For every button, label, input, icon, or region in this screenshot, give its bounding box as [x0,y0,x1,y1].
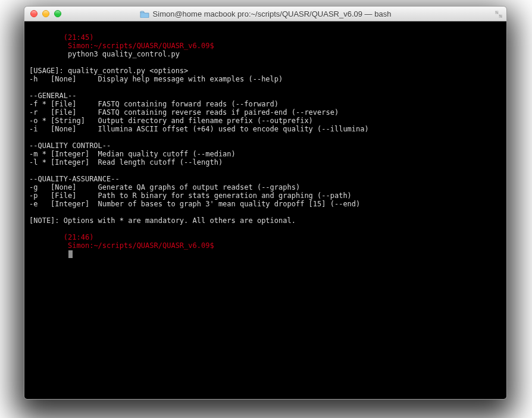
folder-icon [140,10,149,18]
window-title: Simon@home macbook pro:~/scripts/QUASR/Q… [153,10,392,18]
minimize-icon[interactable] [42,10,49,17]
prompt-line-1: (21:45) Simon:~/scripts/QUASR/QUASR_v6.0… [29,25,502,67]
zoom-icon[interactable] [54,10,61,17]
help-option-line: -h [None] Display help message with exam… [29,75,502,83]
prompt-time: (21:46) [64,233,94,241]
section-header-general: --GENERAL-- [29,92,502,100]
terminal-body[interactable]: (21:45) Simon:~/scripts/QUASR/QUASR_v6.0… [24,21,506,399]
section-header-quality-assurance: --QUALITY-ASSURANCE-- [29,175,502,183]
blank [29,208,502,216]
blank [29,133,502,142]
prompt-path-text: Simon:~/scripts/QUASR/QUASR_v6.09$ [68,241,214,250]
cursor [68,250,73,258]
blank [29,83,502,92]
usage-line: [USAGE]: quality_control.py <options> [29,67,502,75]
window-title-wrap: Simon@home macbook pro:~/scripts/QUASR/Q… [24,10,506,18]
prompt-spacer [64,250,68,258]
note-line: [NOTE]: Options with * are mandatory. Al… [29,216,502,225]
blank [29,166,502,175]
prompt-time: (21:45) [64,33,94,42]
option-line: -p [File] Path to R binary for stats gen… [29,191,502,200]
prompt-path-text: Simon:~/scripts/QUASR/QUASR_v6.09$ [68,42,214,50]
option-line: -o * [String] Output directory and filen… [29,117,502,125]
traffic-lights [24,10,61,17]
close-icon[interactable] [30,10,37,17]
command: python3 quality_control.py [68,50,180,58]
terminal-window-shadow: Simon@home macbook pro:~/scripts/QUASR/Q… [24,6,506,398]
option-line: -e [Integer] Number of bases to graph 3'… [29,200,502,208]
option-line: -l * [Integer] Read length cutoff (--len… [29,158,502,166]
prompt-line-2: (21:46) Simon:~/scripts/QUASR/QUASR_v6.0… [29,225,502,266]
prompt-path [64,42,68,50]
option-line: -m * [Integer] Median quality cutoff (--… [29,150,502,158]
option-line: -r [File] FASTQ containing reverse reads… [29,108,502,117]
prompt-path [64,241,68,250]
titlebar[interactable]: Simon@home macbook pro:~/scripts/QUASR/Q… [24,7,506,21]
option-line: -f * [File] FASTQ containing forward rea… [29,100,502,108]
option-line: -g [None] Generate QA graphs of output r… [29,183,502,191]
section-header-quality-control: --QUALITY CONTROL-- [29,142,502,150]
terminal-window: Simon@home macbook pro:~/scripts/QUASR/Q… [24,6,507,400]
command-text [64,50,68,58]
fullscreen-icon[interactable] [495,10,503,18]
option-line: -i [None] Illumina ASCII offset (+64) us… [29,125,502,133]
